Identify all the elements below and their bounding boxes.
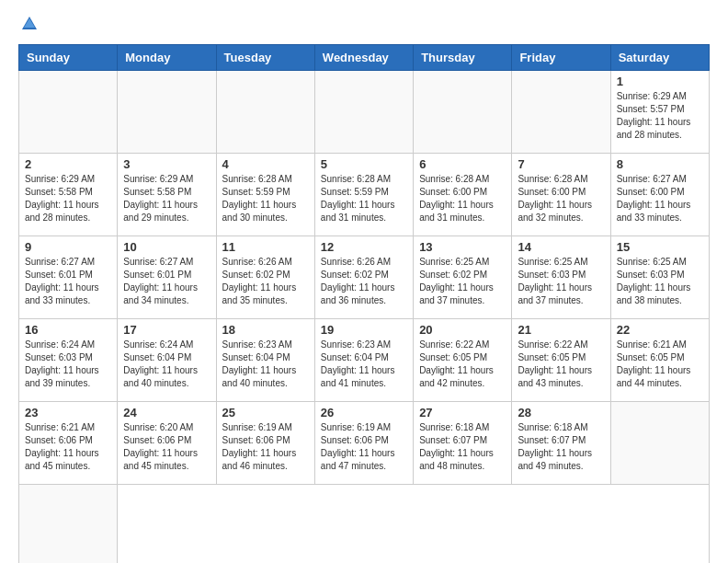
calendar-cell-7: 7Sunrise: 6:28 AM Sunset: 6:00 PM Daylig… [512,154,610,236]
calendar-cell-28: 28Sunrise: 6:18 AM Sunset: 6:07 PM Dayli… [512,402,610,485]
day-info: Sunrise: 6:26 AM Sunset: 6:02 PM Dayligh… [321,256,407,307]
day-number: 21 [518,323,604,337]
day-number: 2 [25,157,111,171]
day-info: Sunrise: 6:21 AM Sunset: 6:05 PM Dayligh… [617,339,703,390]
calendar-week-1: 2Sunrise: 6:29 AM Sunset: 5:58 PM Daylig… [19,154,710,236]
weekday-header-friday: Friday [512,45,610,71]
day-info: Sunrise: 6:18 AM Sunset: 6:07 PM Dayligh… [518,421,604,473]
calendar-cell-18: 18Sunrise: 6:23 AM Sunset: 6:04 PM Dayli… [216,319,314,402]
day-info: Sunrise: 6:21 AM Sunset: 6:06 PM Dayligh… [25,421,111,473]
calendar-cell-15: 15Sunrise: 6:25 AM Sunset: 6:03 PM Dayli… [610,236,709,319]
day-info: Sunrise: 6:25 AM Sunset: 6:03 PM Dayligh… [617,256,703,307]
day-info: Sunrise: 6:26 AM Sunset: 6:02 PM Dayligh… [222,256,309,307]
day-number: 26 [321,406,407,419]
day-number: 19 [321,323,407,337]
day-number: 4 [222,157,309,171]
day-number: 14 [518,240,604,254]
calendar-cell-empty [414,71,512,154]
calendar-cell-10: 10Sunrise: 6:27 AM Sunset: 6:01 PM Dayli… [118,236,216,319]
weekday-header-thursday: Thursday [414,45,512,71]
calendar-cell-6: 6Sunrise: 6:28 AM Sunset: 6:00 PM Daylig… [414,154,512,236]
day-info: Sunrise: 6:28 AM Sunset: 6:00 PM Dayligh… [419,173,506,224]
day-number: 28 [518,406,604,419]
calendar-cell-empty [118,71,216,154]
calendar-cell-17: 17Sunrise: 6:24 AM Sunset: 6:04 PM Dayli… [118,319,216,402]
weekday-header-row: SundayMondayTuesdayWednesdayThursdayFrid… [19,45,710,71]
day-number: 7 [518,157,604,171]
day-info: Sunrise: 6:20 AM Sunset: 6:06 PM Dayligh… [123,421,210,473]
calendar-cell-empty [512,71,610,154]
header [18,15,710,33]
day-info: Sunrise: 6:27 AM Sunset: 6:01 PM Dayligh… [25,256,111,307]
calendar-cell-empty [216,71,314,154]
day-info: Sunrise: 6:27 AM Sunset: 6:01 PM Dayligh… [123,256,210,307]
day-info: Sunrise: 6:22 AM Sunset: 6:05 PM Dayligh… [518,339,604,390]
weekday-header-tuesday: Tuesday [216,45,314,71]
calendar-cell-4: 4Sunrise: 6:28 AM Sunset: 5:59 PM Daylig… [216,154,314,236]
calendar-cell-1: 1Sunrise: 6:29 AM Sunset: 5:57 PM Daylig… [610,71,709,154]
day-info: Sunrise: 6:23 AM Sunset: 6:04 PM Dayligh… [222,339,309,390]
calendar-cell-22: 22Sunrise: 6:21 AM Sunset: 6:05 PM Dayli… [610,319,709,402]
day-info: Sunrise: 6:29 AM Sunset: 5:58 PM Dayligh… [25,173,111,224]
calendar-table: SundayMondayTuesdayWednesdayThursdayFrid… [18,44,710,563]
day-number: 25 [222,406,309,419]
day-info: Sunrise: 6:27 AM Sunset: 6:00 PM Dayligh… [617,173,703,224]
day-number: 23 [25,406,111,419]
day-info: Sunrise: 6:19 AM Sunset: 6:06 PM Dayligh… [321,421,407,473]
calendar-week-0: 1Sunrise: 6:29 AM Sunset: 5:57 PM Daylig… [19,71,710,154]
day-number: 20 [419,323,506,337]
day-info: Sunrise: 6:28 AM Sunset: 6:00 PM Dayligh… [518,173,604,224]
page: SundayMondayTuesdayWednesdayThursdayFrid… [0,0,728,563]
calendar-cell-empty [19,485,118,564]
calendar-cell-26: 26Sunrise: 6:19 AM Sunset: 6:06 PM Dayli… [314,402,413,485]
calendar-cell-19: 19Sunrise: 6:23 AM Sunset: 6:04 PM Dayli… [314,319,413,402]
calendar-cell-5: 5Sunrise: 6:28 AM Sunset: 5:59 PM Daylig… [314,154,413,236]
day-number: 10 [123,240,210,254]
day-info: Sunrise: 6:24 AM Sunset: 6:03 PM Dayligh… [25,339,111,390]
weekday-header-saturday: Saturday [610,45,709,71]
calendar-cell-empty [19,71,118,154]
calendar-cell-13: 13Sunrise: 6:25 AM Sunset: 6:02 PM Dayli… [414,236,512,319]
calendar-cell-2: 2Sunrise: 6:29 AM Sunset: 5:58 PM Daylig… [19,154,118,236]
day-info: Sunrise: 6:23 AM Sunset: 6:04 PM Dayligh… [321,339,407,390]
calendar-cell-23: 23Sunrise: 6:21 AM Sunset: 6:06 PM Dayli… [19,402,118,485]
calendar-cell-11: 11Sunrise: 6:26 AM Sunset: 6:02 PM Dayli… [216,236,314,319]
day-info: Sunrise: 6:29 AM Sunset: 5:58 PM Dayligh… [123,173,210,224]
day-number: 9 [25,240,111,254]
calendar-cell-9: 9Sunrise: 6:27 AM Sunset: 6:01 PM Daylig… [19,236,118,319]
calendar-week-2: 9Sunrise: 6:27 AM Sunset: 6:01 PM Daylig… [19,236,710,319]
day-info: Sunrise: 6:25 AM Sunset: 6:02 PM Dayligh… [419,256,506,307]
day-info: Sunrise: 6:18 AM Sunset: 6:07 PM Dayligh… [419,421,506,473]
day-info: Sunrise: 6:22 AM Sunset: 6:05 PM Dayligh… [419,339,506,390]
calendar-week-3: 16Sunrise: 6:24 AM Sunset: 6:03 PM Dayli… [19,319,710,402]
day-number: 13 [419,240,506,254]
calendar-cell-21: 21Sunrise: 6:22 AM Sunset: 6:05 PM Dayli… [512,319,610,402]
day-number: 27 [419,406,506,419]
day-number: 8 [617,157,703,171]
day-number: 6 [419,157,506,171]
weekday-header-sunday: Sunday [19,45,118,71]
weekday-header-monday: Monday [118,45,216,71]
calendar-cell-24: 24Sunrise: 6:20 AM Sunset: 6:06 PM Dayli… [118,402,216,485]
logo-icon [20,15,39,33]
calendar-cell-20: 20Sunrise: 6:22 AM Sunset: 6:05 PM Dayli… [414,319,512,402]
day-number: 24 [123,406,210,419]
calendar-cell-14: 14Sunrise: 6:25 AM Sunset: 6:03 PM Dayli… [512,236,610,319]
calendar-cell-8: 8Sunrise: 6:27 AM Sunset: 6:00 PM Daylig… [610,154,709,236]
svg-marker-1 [24,18,35,28]
calendar-cell-12: 12Sunrise: 6:26 AM Sunset: 6:02 PM Dayli… [314,236,413,319]
calendar-week-4: 23Sunrise: 6:21 AM Sunset: 6:06 PM Dayli… [19,402,710,485]
day-info: Sunrise: 6:19 AM Sunset: 6:06 PM Dayligh… [222,421,309,473]
calendar-cell-27: 27Sunrise: 6:18 AM Sunset: 6:07 PM Dayli… [414,402,512,485]
calendar-cell-empty [610,402,709,485]
day-info: Sunrise: 6:29 AM Sunset: 5:57 PM Dayligh… [617,90,703,142]
calendar-cell-3: 3Sunrise: 6:29 AM Sunset: 5:58 PM Daylig… [118,154,216,236]
weekday-header-wednesday: Wednesday [314,45,413,71]
calendar-cell-25: 25Sunrise: 6:19 AM Sunset: 6:06 PM Dayli… [216,402,314,485]
day-number: 22 [617,323,703,337]
day-number: 1 [617,75,703,88]
calendar-cell-16: 16Sunrise: 6:24 AM Sunset: 6:03 PM Dayli… [19,319,118,402]
day-info: Sunrise: 6:28 AM Sunset: 5:59 PM Dayligh… [321,173,407,224]
day-number: 12 [321,240,407,254]
day-number: 11 [222,240,309,254]
